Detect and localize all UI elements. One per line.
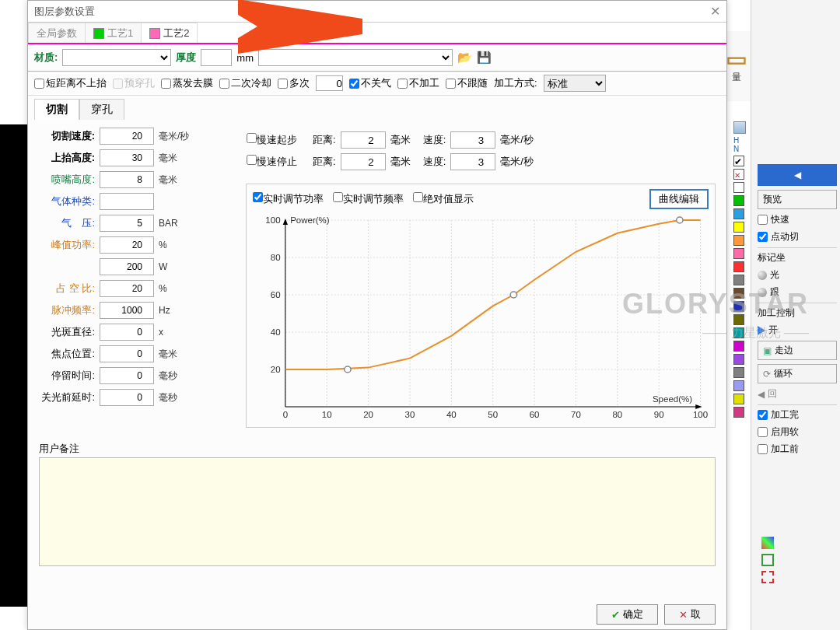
opt-no-process[interactable]: 不加工 — [397, 76, 439, 90]
lock-icon[interactable]: HN — [733, 136, 746, 153]
slow-start-checkbox[interactable]: 慢速起步 — [247, 133, 297, 147]
remarks-label: 用户备注 — [28, 436, 726, 457]
light-button[interactable]: 光 — [758, 268, 837, 282]
subtab-cut[interactable]: 切割 — [34, 99, 79, 120]
layer-color-brown[interactable] — [733, 288, 744, 299]
fast-checkbox[interactable]: 快速 — [758, 213, 837, 226]
layer-color-pink[interactable] — [733, 248, 744, 259]
param-row: 停留时间: 毫秒 — [39, 367, 233, 384]
preset-select[interactable] — [258, 49, 453, 66]
open-folder-icon[interactable]: 📂 — [457, 51, 472, 65]
subtabs: 切割 穿孔 — [28, 96, 726, 120]
preview-button[interactable]: 预览 — [758, 190, 837, 209]
svg-text:50: 50 — [488, 410, 498, 419]
param-input[interactable] — [100, 171, 154, 188]
opt-second-cool[interactable]: 二次冷却 — [219, 76, 271, 90]
save-icon[interactable]: 💾 — [477, 51, 492, 65]
layer-show-icon[interactable] — [733, 121, 746, 134]
done-checkbox[interactable]: 加工完 — [758, 408, 837, 422]
layer-color-purple[interactable] — [733, 354, 744, 365]
slow-speed-unit2: 毫米/秒 — [500, 155, 534, 169]
layer-color-skyblue[interactable] — [733, 208, 744, 219]
material-select[interactable] — [62, 49, 171, 66]
jog-checkbox[interactable]: 点动切 — [758, 230, 837, 243]
svg-text:100: 100 — [693, 410, 708, 419]
opt-multi-value[interactable] — [316, 75, 343, 91]
slow-dist-label2: 距离: — [313, 155, 336, 169]
opt-evap-film[interactable]: 蒸发去膜 — [161, 76, 213, 90]
layer-color-teal[interactable] — [733, 327, 744, 338]
tab-global[interactable]: 全局参数 — [28, 23, 86, 43]
param-input[interactable] — [100, 345, 154, 362]
proc-before-checkbox[interactable]: 加工前 — [758, 443, 837, 456]
param-row: 光斑直径: x — [39, 324, 233, 341]
layer-color-red[interactable] — [733, 261, 744, 272]
opt-pre-pierce[interactable]: 预穿孔 — [113, 76, 155, 90]
thickness-input[interactable] — [201, 49, 232, 66]
param-input[interactable] — [100, 149, 154, 166]
opt-multi[interactable]: 多次 — [278, 76, 310, 90]
layer-color-magenta[interactable] — [733, 341, 744, 352]
remarks-textarea[interactable] — [39, 457, 716, 566]
opt-short-no-lift[interactable]: 短距离不上抬 — [34, 76, 107, 90]
curve-edit-button[interactable]: 曲线编辑 — [649, 189, 709, 209]
frame-icon[interactable] — [761, 554, 774, 566]
dashed-frame-icon[interactable] — [761, 571, 774, 583]
proc-mode-select[interactable]: 标准 — [544, 75, 606, 92]
follow-button[interactable]: 跟 — [758, 285, 837, 299]
layer-color-yellow[interactable] — [733, 222, 744, 233]
param-input[interactable] — [100, 389, 154, 406]
start-button[interactable]: 开 — [758, 324, 837, 337]
app-canvas-bg — [0, 124, 27, 607]
slow-stop-checkbox[interactable]: 慢速停止 — [247, 155, 297, 169]
layer-color-olive[interactable] — [733, 314, 744, 325]
slow-start-speed[interactable] — [450, 131, 495, 149]
subtab-pierce[interactable]: 穿孔 — [79, 99, 124, 120]
param-input[interactable] — [100, 193, 154, 210]
close-icon[interactable]: ✕ — [710, 4, 720, 19]
layer-color-white[interactable] — [733, 182, 744, 193]
layer-color-lilac[interactable] — [733, 380, 744, 391]
power-curve-chart[interactable]: 010203040506070809010020406080100Power(%… — [253, 212, 709, 422]
back-button[interactable]: ◀回 — [758, 387, 837, 401]
tab-tech1[interactable]: 工艺1 — [85, 23, 142, 43]
param-label: 光斑直径: — [39, 325, 100, 339]
opt-no-gas-off[interactable]: 不关气 — [349, 76, 391, 90]
rt-power-checkbox[interactable]: 实时调节功率 — [253, 192, 324, 206]
param-unit: 毫米/秒 — [154, 130, 193, 143]
param-input[interactable] — [100, 258, 154, 275]
param-input[interactable] — [100, 302, 154, 319]
layer-color-orange[interactable] — [733, 235, 744, 246]
layer-color-blue[interactable] — [733, 301, 744, 312]
side-arrow-left[interactable]: ◀ — [758, 164, 837, 186]
slow-stop-dist[interactable] — [341, 153, 386, 170]
param-input[interactable] — [100, 280, 154, 297]
tab-tech2[interactable]: 工艺2 — [141, 23, 198, 43]
layer-color-rose[interactable] — [733, 407, 744, 418]
layer-x-white[interactable]: ✕ — [733, 169, 744, 180]
param-input[interactable] — [100, 367, 154, 384]
soft-checkbox[interactable]: 启用软 — [758, 425, 837, 439]
layer-check-white[interactable]: ✔ — [733, 156, 744, 166]
opt-no-follow[interactable]: 不跟随 — [446, 76, 488, 90]
param-input[interactable] — [100, 324, 154, 341]
cycle-button[interactable]: ⟳循环 — [758, 364, 837, 383]
slow-stop-speed[interactable] — [450, 153, 495, 170]
param-input[interactable] — [100, 236, 154, 254]
abs-disp-checkbox[interactable]: 绝对值显示 — [413, 192, 474, 206]
param-input[interactable] — [100, 215, 154, 232]
cancel-button[interactable]: ✕取 — [664, 604, 716, 625]
rt-freq-checkbox[interactable]: 实时调节频率 — [333, 192, 404, 206]
walk-edge-button[interactable]: ▣走边 — [758, 341, 837, 360]
layer-color-green[interactable] — [733, 195, 744, 206]
slow-start-dist[interactable] — [341, 131, 386, 149]
svg-text:80: 80 — [271, 253, 281, 262]
ok-button[interactable]: ✔确定 — [597, 604, 658, 625]
palette-icon[interactable] — [761, 537, 774, 549]
slow-speed-label1: 速度: — [423, 133, 446, 147]
layer-color-gray2[interactable] — [733, 367, 744, 378]
layer-color-yellow2[interactable] — [733, 394, 744, 404]
svg-point-44 — [345, 366, 351, 373]
layer-color-gray[interactable] — [733, 275, 744, 285]
param-input[interactable] — [100, 128, 154, 145]
